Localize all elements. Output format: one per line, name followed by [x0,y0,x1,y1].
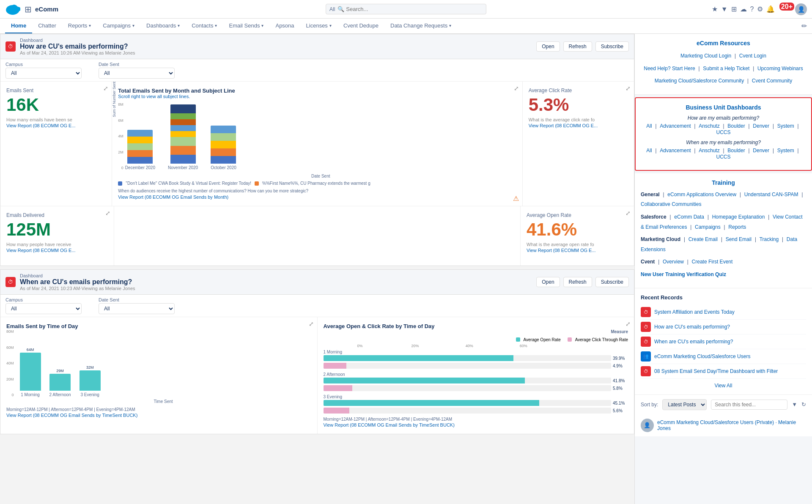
how-all-link[interactable]: All [646,123,652,129]
search-input[interactable] [346,6,464,12]
expand-icon[interactable]: ⤢ [105,210,110,216]
recent-item-3[interactable]: ⏱ When are CU's emails performing? [641,334,806,349]
how-denver-link[interactable]: Denver [753,123,769,129]
avg-open-report-link[interactable]: View Report (08 ECOMM OG E... [527,248,596,253]
cvent-login-link[interactable]: Cvent Login [739,53,766,59]
ecomm-data-link[interactable]: eComm Data [674,214,704,220]
recent-item-5[interactable]: ⏱ 08 System Email Send Day/Time Dashboar… [641,364,806,379]
nav-home[interactable]: Home [5,19,32,33]
emails-delivered-report-link[interactable]: View Report (08 ECOMM OG E... [6,248,76,253]
open-click-report-link[interactable]: View Report (08 ECOMM OG Email Sends by … [324,422,455,427]
recent-item-3-link[interactable]: When are CU's emails performing? [654,339,733,345]
campus-filter-select[interactable]: All [5,68,82,79]
filter-icon[interactable]: ▼ [792,401,797,408]
nav-email-sends[interactable]: Email Sends ▾ [223,19,269,33]
nav-contacts[interactable]: Contacts ▾ [186,19,223,33]
recent-item-5-link[interactable]: 08 System Email Send Day/Time Dashboard … [654,368,778,374]
quiz-link[interactable]: New User Training Verification Quiz [641,271,726,277]
reports-training-link[interactable]: Reports [728,224,746,230]
dashboard-1-open-button[interactable]: Open [536,41,560,52]
training-title[interactable]: Training [641,179,806,186]
create-email-link[interactable]: Create Email [689,236,718,242]
recent-item-2[interactable]: ⏱ How are CU's emails performing? [641,320,806,334]
collaborative-communities-link[interactable]: Collaborative Communities [641,201,701,207]
how-anschutz-link[interactable]: Anschutz [699,123,719,129]
emails-sent-report-link[interactable]: View Report (08 ECOMM OG E... [6,123,76,128]
how-uccs-link[interactable]: UCCS [716,129,730,135]
recent-item-1-link[interactable]: System Affiliation and Events Today [654,309,735,315]
setup-gear-icon[interactable]: ⚙ [757,5,763,13]
notifications-icon[interactable]: 🔔 20+ [766,5,792,13]
how-boulder-link[interactable]: Boulder [727,123,745,129]
when-anschutz-link[interactable]: Anschutz [699,148,719,153]
nav-reports[interactable]: Reports ▾ [62,19,97,33]
homepage-explanation-link[interactable]: Homepage Explanation [712,214,765,220]
ecomm-resources-title[interactable]: eComm Resources [641,40,806,47]
how-system-link[interactable]: System [777,123,794,129]
submit-help-ticket-link[interactable]: Submit a Help Ticket [703,66,749,71]
when-system-link[interactable]: System [777,148,794,153]
view-all-link[interactable]: View All [715,383,732,389]
chart-report-link[interactable]: View Report (08 ECOMM OG Email Sends by … [118,194,228,200]
recent-item-4-link[interactable]: eComm Marketing Cloud/Salesforce Users [654,353,750,359]
recent-item-2-link[interactable]: How are CU's emails performing? [654,324,730,330]
refresh-feed-icon[interactable]: ↻ [801,401,806,408]
new-record-icon[interactable]: ⊞ [731,5,737,13]
nav-licenses[interactable]: Licenses ▾ [300,19,337,33]
nav-cvent-dedupe[interactable]: Cvent Dedupe [337,19,384,33]
upcoming-webinars-link[interactable]: Upcoming Webinars [757,66,803,71]
when-denver-link[interactable]: Denver [753,148,769,153]
recent-item-4[interactable]: 👥 eComm Marketing Cloud/Salesforce Users [641,349,806,364]
help-icon[interactable]: ? [750,5,754,13]
time-report-link[interactable]: View Report (08 ECOMM OG Email Sends by … [6,413,137,418]
understand-canspam-link[interactable]: Understand CAN-SPAM [744,192,798,197]
expand-icon[interactable]: ⤢ [309,320,314,327]
grid-icon[interactable]: ⊞ [25,4,32,14]
ecomm-apps-overview-link[interactable]: eComm Applications Overview [667,192,736,197]
recent-item-1[interactable]: ⏱ System Affiliation and Events Today [641,305,806,320]
marketing-cloud-login-link[interactable]: Marketing Cloud Login [680,53,731,59]
date-sent-filter-select[interactable]: All [99,68,175,79]
dashboard-2-open-button[interactable]: Open [536,277,560,287]
when-boulder-link[interactable]: Boulder [727,148,745,153]
campaigns-training-link[interactable]: Campaigns [695,224,721,230]
dashboard-1-refresh-button[interactable]: Refresh [563,41,592,52]
create-first-event-link[interactable]: Create First Event [692,259,733,265]
nav-chatter[interactable]: Chatter [32,19,62,33]
business-unit-title[interactable]: Business Unit Dashboards [642,104,805,111]
cvent-overview-link[interactable]: Overview [663,259,684,265]
tracking-link[interactable]: Tracking [760,236,779,242]
when-advancement-link[interactable]: Advancement [660,148,691,153]
nav-apsona[interactable]: Apsona [269,19,300,33]
favorites-list-icon[interactable]: ▼ [721,5,728,13]
expand-icon[interactable]: ⤢ [103,85,108,92]
setup-icon[interactable]: ☁ [740,5,747,13]
cvent-community-link[interactable]: Cvent Community [752,78,792,84]
edit-nav-icon[interactable]: ✏ [801,19,807,33]
feed-search-input[interactable] [711,400,787,410]
expand-icon[interactable]: ⤢ [625,85,631,92]
expand-chart-icon[interactable]: ⤢ [514,85,519,92]
need-help-link[interactable]: Need Help? Start Here [644,66,695,71]
when-all-link[interactable]: All [646,148,652,153]
nav-campaigns[interactable]: Campaigns ▾ [97,19,140,33]
nav-dashboards[interactable]: Dashboards ▾ [140,19,186,33]
nav-data-change[interactable]: Data Change Requests ▾ [384,19,457,33]
when-uccs-link[interactable]: UCCS [716,154,730,160]
dashboard-2-subscribe-button[interactable]: Subscribe [595,277,629,287]
user-avatar[interactable]: 👤 [795,3,807,15]
sort-select[interactable]: Latest Posts [662,399,707,410]
send-email-link[interactable]: Send Email [726,236,752,242]
expand-icon[interactable]: ⤢ [625,320,631,327]
date-sent-filter-select-2[interactable]: All [99,303,175,314]
dashboard-1-subscribe-button[interactable]: Subscribe [595,41,629,52]
salesforce-logo[interactable] [5,2,20,17]
search-scope-dropdown[interactable]: All [329,6,335,12]
campus-filter-select-2[interactable]: All [5,303,82,314]
avg-click-report-link[interactable]: View Report (08 ECOMM OG E... [529,123,598,128]
how-advancement-link[interactable]: Advancement [660,123,691,129]
dashboard-2-refresh-button[interactable]: Refresh [563,277,592,287]
expand-icon[interactable]: ⤢ [625,210,631,216]
favorites-icon[interactable]: ★ [712,5,718,13]
mc-salesforce-community-link[interactable]: Marketing Cloud/Salesforce Community [655,78,744,84]
